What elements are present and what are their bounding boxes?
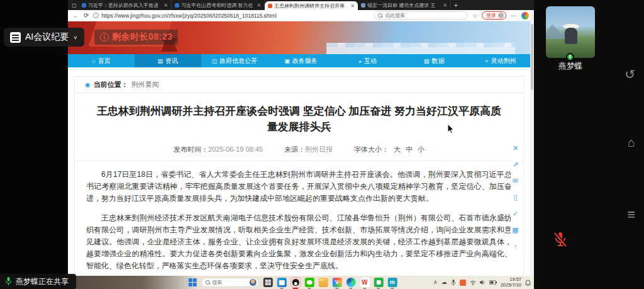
new-tab-button[interactable]: + (451, 0, 461, 10)
tab-favicon (361, 3, 365, 8)
tab-list-button[interactable]: ▢ (70, 0, 79, 10)
participant-avatar[interactable] (546, 6, 595, 58)
location-pin-icon: ◉ (85, 81, 91, 88)
taskbar-app-store-icon[interactable] (277, 278, 286, 287)
nav-item-services[interactable]: ▣ 政务服务 (268, 54, 335, 67)
browser-tab-1[interactable]: 习近平：坚持从抓作风入手推进 ✕ (79, 0, 172, 10)
nav-item-news[interactable]: ▤ 资讯 (135, 54, 201, 67)
participant-name: 燕梦蝶 (534, 60, 607, 72)
taskbar-app-video-icon[interactable] (332, 278, 341, 287)
nav-item-data[interactable]: ▨ 数据 (401, 54, 467, 67)
taskbar-app-wps-icon[interactable] (360, 278, 369, 287)
source: 来源：荆州日报 (284, 145, 333, 154)
back-to-top-icon[interactable]: ↑ (511, 242, 520, 251)
notification-bell-icon[interactable] (525, 280, 531, 286)
taskbar-center (188, 276, 397, 289)
taskbar-search-input[interactable] (212, 280, 247, 285)
wifi-icon[interactable] (470, 280, 476, 285)
nav-item-disclosure[interactable]: ◫ 政府信息公开 (201, 54, 268, 67)
tab-title: 锚定一流目标 建功支点建设 王 (367, 2, 441, 9)
onedrive-cloud-icon[interactable]: ☁ (441, 280, 447, 285)
browser-logo-icon[interactable] (521, 12, 529, 20)
browser-search-box[interactable] (374, 11, 468, 20)
taskbar-app-green-icon[interactable] (374, 278, 383, 287)
qrcode-icon[interactable]: ▦ (511, 225, 520, 235)
task-view-button[interactable] (263, 278, 272, 287)
font-size-control: 字体大小： 大 中 小 (354, 145, 425, 154)
mobile-icon[interactable]: ▯ (511, 193, 520, 202)
mic-active-icon (5, 277, 12, 286)
taskbar-app-wechat-icon[interactable] (304, 278, 314, 287)
article-page: ◉ 当前位置： 荆州要闻 王忠林到荆州调研并主持召开座谈会时强调 坚定信心 加压… (68, 67, 530, 276)
browser-tab-2[interactable]: 习近平在山西考察时强调 努力在 ✕ (172, 0, 265, 10)
taskbar-app-file-explorer-icon[interactable] (318, 278, 328, 287)
nav-item-smart-jingzhou[interactable]: ≈ 灵动荆州 (467, 54, 534, 67)
font-size-medium-button[interactable]: 中 (406, 145, 413, 154)
browser-tab-3-active[interactable]: 王忠林到荆州调研并主持召开座 ✕ (265, 1, 358, 10)
taskbar-search-box[interactable] (201, 278, 258, 287)
article-body: 6月17日至18日，省委书记、省人大常委会主任王忠林到荆州市调研并主持召开座谈会… (75, 161, 523, 289)
battery-icon[interactable] (489, 280, 497, 285)
chevron-down-icon: ∨ (73, 35, 77, 40)
menu-button[interactable]: ≡ (627, 208, 635, 222)
scrollbar-thumb[interactable] (531, 24, 533, 90)
more-menu-button[interactable]: ⋯ (511, 13, 517, 19)
sharing-status-bar: 燕梦蝶正在共享 (0, 274, 76, 289)
mic-icon[interactable] (451, 280, 456, 286)
meeting-screen-share-view: ▢ 习近平：坚持从抓作风入手推进 ✕ 习近平在山西考察时强调 努力在 ✕ 王忠林… (0, 0, 644, 289)
article-meta: 发布时间：2025-06-19 08:45 来源：荆州日报 字体大小： 大 中 … (75, 141, 523, 161)
article-title: 王忠林到荆州调研并主持召开座谈会时强调 坚定信心 加压奋进 努力当好江汉平原高质… (75, 93, 523, 141)
back-button[interactable]: ← (73, 13, 79, 19)
screen-share-indicator-icon[interactable] (460, 280, 466, 286)
url-text: https://www.jingzhou.gov.cn/zfxxw/jzyq/2… (101, 13, 276, 19)
nav-item-interact[interactable]: ◒ 互动 (334, 54, 401, 67)
taskbar-clock[interactable]: 19:57 2025/7/10 (501, 277, 521, 288)
start-button[interactable] (188, 278, 196, 286)
tab-close-icon[interactable]: ✕ (164, 3, 168, 8)
document-icon: ◫ (211, 58, 217, 64)
taskbar-app-edge-icon[interactable] (346, 278, 355, 287)
taskbar-app-qq-icon[interactable] (291, 278, 300, 287)
close-icon[interactable]: ✕ (511, 144, 520, 153)
shield-icon[interactable]: ✓ (511, 209, 520, 218)
tab-title: 习近平在山西考察时强调 努力在 (181, 2, 255, 9)
nav-item-home[interactable]: ⌂ 首页 (68, 54, 135, 67)
ai-minutes-label: AI会议纪要 (25, 31, 69, 43)
ai-minutes-button[interactable]: AI会议纪要 ∨ (4, 28, 84, 47)
nav-label: 数据 (431, 57, 444, 65)
briefcase-icon: ▣ (284, 58, 290, 64)
font-size-large-button[interactable]: 大 (394, 145, 401, 154)
volume-icon[interactable] (480, 280, 486, 285)
undo-arrow-button[interactable]: ↺ (625, 68, 635, 81)
tab-close-icon[interactable]: ✕ (257, 3, 261, 8)
login-button[interactable]: 登录 (482, 11, 506, 20)
breadcrumb: ◉ 当前位置： 荆州要闻 (75, 77, 523, 93)
home-button[interactable]: ⌂ (628, 136, 635, 149)
font-size-small-button[interactable]: 小 (418, 145, 425, 154)
publish-time: 发布时间：2025-06-19 08:45 (174, 145, 263, 154)
meeting-sidebar: 燕梦蝶 ↺ ⌂ ≡ (534, 0, 644, 289)
site-info-icon[interactable]: i (93, 13, 99, 18)
favorites-icon[interactable]: ☆ (472, 13, 477, 19)
news-icon: ▤ (158, 58, 164, 64)
comment-icon[interactable]: ✉ (511, 176, 520, 186)
address-bar[interactable]: i https://www.jingzhou.gov.cn/zfxxw/jzyq… (93, 13, 369, 19)
tab-close-icon[interactable]: ✕ (350, 3, 355, 9)
breadcrumb-current[interactable]: 荆州要闻 (131, 80, 159, 89)
remaining-time-banner: i 剩余时长08:23 (94, 30, 178, 45)
taskbar-app-teal-icon[interactable] (387, 278, 397, 287)
mouse-cursor (447, 123, 455, 133)
refresh-button[interactable]: ⟳ (84, 13, 89, 19)
search-icon (378, 13, 382, 18)
share-icon[interactable]: ⇗ (511, 160, 520, 169)
browser-tab-4[interactable]: 锚定一流目标 建功支点建设 王 ✕ (358, 0, 451, 10)
muted-mic-icon[interactable] (552, 230, 569, 248)
search-icon (205, 280, 209, 285)
browser-search-input[interactable] (385, 13, 464, 18)
article-container: ◉ 当前位置： 荆州要闻 王忠林到荆州调研并主持召开座谈会时强调 坚定信心 加压… (74, 76, 524, 289)
nav-label: 互动 (364, 57, 377, 65)
tab-close-icon[interactable]: ✕ (443, 3, 447, 8)
tray-chevron-icon[interactable]: ∧ (433, 280, 438, 285)
font-size-label: 字体大小： (354, 145, 389, 154)
breadcrumb-label: 当前位置： (94, 80, 128, 89)
